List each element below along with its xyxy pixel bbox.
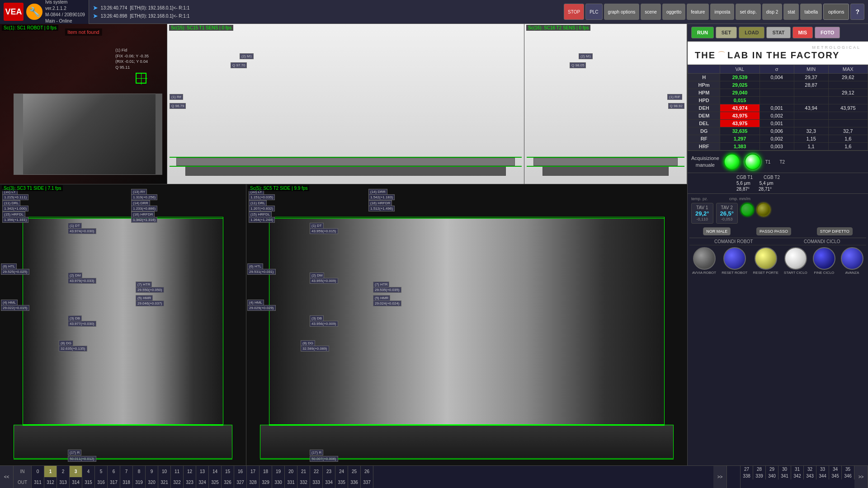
list-item[interactable]: 0 bbox=[32, 466, 44, 477]
list-item[interactable]: 11 bbox=[171, 466, 184, 477]
list-item[interactable]: 27 bbox=[741, 466, 753, 473]
list-item[interactable]: 9 bbox=[146, 466, 158, 477]
list-item[interactable]: 5 bbox=[95, 466, 108, 477]
list-item[interactable]: 345 bbox=[829, 473, 842, 479]
list-item[interactable]: 31 bbox=[791, 466, 804, 473]
list-item[interactable]: 30 bbox=[778, 466, 791, 473]
list-item[interactable]: 314 bbox=[70, 477, 82, 488]
mis-button[interactable]: MIS bbox=[793, 27, 813, 38]
list-item[interactable]: 4 bbox=[82, 466, 95, 477]
reset-porte-button[interactable] bbox=[755, 247, 777, 270]
nav-right-in[interactable]: >> bbox=[713, 466, 727, 488]
list-item[interactable]: 6 bbox=[108, 466, 120, 477]
list-item[interactable]: 326 bbox=[222, 477, 234, 488]
list-item[interactable]: 26 bbox=[361, 466, 373, 477]
list-item[interactable]: 313 bbox=[57, 477, 70, 488]
fine-ciclo-button[interactable] bbox=[813, 247, 835, 270]
help-button[interactable]: ? bbox=[850, 4, 864, 20]
disp2-button[interactable]: disp 2 bbox=[762, 4, 783, 20]
avvia-robot-button[interactable] bbox=[693, 247, 716, 270]
list-item[interactable]: 20 bbox=[285, 466, 297, 477]
list-item[interactable]: 328 bbox=[247, 477, 259, 488]
list-item[interactable]: 23 bbox=[323, 466, 335, 477]
list-item[interactable]: 323 bbox=[184, 477, 196, 488]
list-item[interactable]: 21 bbox=[297, 466, 310, 477]
list-item[interactable]: 324 bbox=[196, 477, 209, 488]
list-item[interactable]: 333 bbox=[310, 477, 323, 488]
list-item[interactable]: 15 bbox=[222, 466, 234, 477]
set-button[interactable]: SET bbox=[716, 27, 737, 38]
list-item[interactable]: 13 bbox=[196, 466, 209, 477]
list-item[interactable]: 28 bbox=[753, 466, 766, 473]
list-item[interactable]: 14 bbox=[209, 466, 222, 477]
list-item[interactable]: 325 bbox=[209, 477, 222, 488]
list-item[interactable]: 336 bbox=[348, 477, 361, 488]
stop-button[interactable]: STOP bbox=[564, 4, 584, 20]
list-item[interactable]: 342 bbox=[791, 473, 804, 479]
nor-male-button[interactable]: NOR MALE bbox=[703, 227, 731, 235]
scene-button[interactable]: scene bbox=[641, 4, 661, 20]
list-item[interactable]: 19 bbox=[272, 466, 285, 477]
list-item[interactable]: 340 bbox=[766, 473, 778, 479]
list-item[interactable]: 320 bbox=[146, 477, 158, 488]
list-item[interactable]: 337 bbox=[361, 477, 373, 488]
list-item[interactable]: 329 bbox=[259, 477, 272, 488]
list-item[interactable]: 34 bbox=[829, 466, 842, 473]
list-item[interactable]: 312 bbox=[44, 477, 57, 488]
list-item[interactable]: 22 bbox=[310, 466, 323, 477]
stat-action-button[interactable]: STAT bbox=[766, 27, 790, 38]
load-button[interactable]: LOAD bbox=[739, 27, 764, 38]
list-item[interactable]: 343 bbox=[804, 473, 816, 479]
list-item[interactable]: 334 bbox=[323, 477, 335, 488]
list-item[interactable]: 3 bbox=[70, 466, 82, 477]
graph-options-button[interactable]: graph options bbox=[604, 4, 640, 20]
imposta-button[interactable]: imposta bbox=[710, 4, 734, 20]
list-item[interactable]: 33 bbox=[816, 466, 829, 473]
avanza-button[interactable] bbox=[841, 247, 863, 270]
list-item[interactable]: 16 bbox=[234, 466, 247, 477]
list-item[interactable]: 29 bbox=[766, 466, 778, 473]
list-item[interactable]: 335 bbox=[335, 477, 348, 488]
list-item[interactable]: 338 bbox=[741, 473, 753, 479]
stop-difetto-button[interactable]: STOP DIFETTO bbox=[817, 227, 853, 235]
list-item[interactable]: 316 bbox=[95, 477, 108, 488]
list-item[interactable]: 331 bbox=[285, 477, 297, 488]
run-button[interactable]: RUN bbox=[691, 27, 714, 38]
list-item[interactable]: 32 bbox=[804, 466, 816, 473]
plc-button[interactable]: PLC bbox=[585, 4, 602, 20]
foto-button[interactable]: FOTO bbox=[815, 27, 840, 38]
list-item[interactable]: 339 bbox=[753, 473, 766, 479]
list-item[interactable]: 24 bbox=[335, 466, 348, 477]
list-item[interactable]: 346 bbox=[842, 473, 854, 479]
list-item[interactable]: 35 bbox=[842, 466, 854, 473]
feature-button[interactable]: feature bbox=[687, 4, 709, 20]
nav-right-out[interactable]: >> bbox=[854, 466, 868, 488]
reset-robot-button[interactable] bbox=[723, 247, 746, 270]
list-item[interactable]: 25 bbox=[348, 466, 361, 477]
list-item[interactable]: 1 bbox=[44, 466, 57, 477]
stat-button[interactable]: stat bbox=[783, 4, 799, 20]
list-item[interactable]: 311 bbox=[32, 477, 44, 488]
start-ciclo-button[interactable] bbox=[784, 247, 807, 270]
passo-passo-button[interactable]: PASSO PASSO bbox=[756, 227, 791, 235]
oggetto-button[interactable]: oggetto bbox=[662, 4, 685, 20]
list-item[interactable]: 332 bbox=[297, 477, 310, 488]
list-item[interactable]: 330 bbox=[272, 477, 285, 488]
list-item[interactable]: 318 bbox=[120, 477, 133, 488]
list-item[interactable]: 319 bbox=[133, 477, 146, 488]
list-item[interactable]: 341 bbox=[778, 473, 791, 479]
list-item[interactable]: 2 bbox=[57, 466, 70, 477]
set-disp-button[interactable]: set disp. bbox=[736, 4, 760, 20]
tabella-button[interactable]: tabella bbox=[800, 4, 821, 20]
list-item[interactable]: 12 bbox=[184, 466, 196, 477]
list-item[interactable]: 17 bbox=[247, 466, 259, 477]
list-item[interactable]: 7 bbox=[120, 466, 133, 477]
list-item[interactable]: 8 bbox=[133, 466, 146, 477]
list-item[interactable]: 315 bbox=[82, 477, 95, 488]
list-item[interactable]: 321 bbox=[158, 477, 171, 488]
list-item[interactable]: 317 bbox=[108, 477, 120, 488]
options-button[interactable]: options bbox=[823, 4, 849, 20]
list-item[interactable]: 327 bbox=[234, 477, 247, 488]
nav-left-in[interactable]: << bbox=[0, 466, 14, 488]
list-item[interactable]: 10 bbox=[158, 466, 171, 477]
